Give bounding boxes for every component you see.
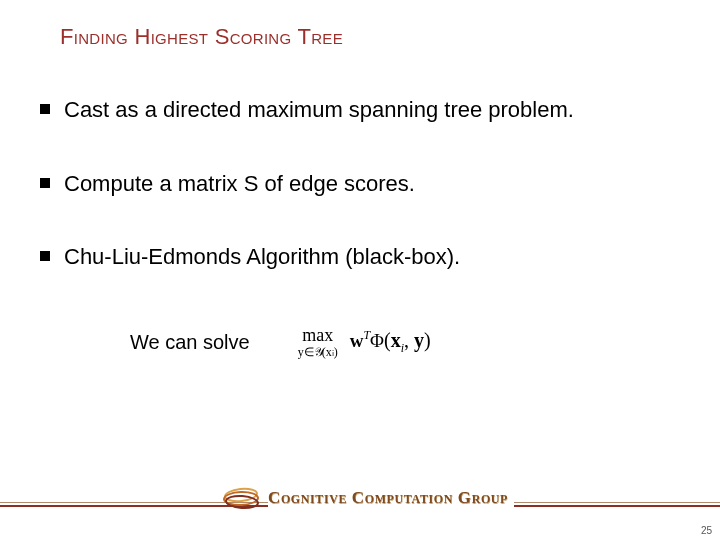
max-operator: max y∈𝒴(xᵢ) bbox=[298, 326, 338, 358]
page-number: 25 bbox=[701, 525, 712, 536]
brand-logo-icon bbox=[220, 480, 264, 514]
bullet-text: Chu-Liu-Edmonds Algorithm (black-box). bbox=[64, 243, 460, 271]
bullet-list: Cast as a directed maximum spanning tree… bbox=[40, 96, 660, 317]
paren-open: ( bbox=[384, 329, 391, 351]
vector-w: w bbox=[350, 330, 364, 351]
slide-title: Finding Highest Scoring Tree bbox=[60, 24, 343, 50]
solve-label: We can solve bbox=[130, 331, 250, 354]
arg-comma: , bbox=[404, 329, 414, 351]
arg-x: x bbox=[391, 329, 401, 351]
bullet-text: Compute a matrix S of edge scores. bbox=[64, 170, 415, 198]
list-item: Cast as a directed maximum spanning tree… bbox=[40, 96, 660, 124]
list-item: Chu-Liu-Edmonds Algorithm (black-box). bbox=[40, 243, 660, 271]
max-top: max bbox=[302, 326, 333, 344]
square-bullet-icon bbox=[40, 251, 50, 261]
slide-container: Finding Highest Scoring Tree Cast as a d… bbox=[0, 0, 720, 540]
arg-y: y bbox=[414, 329, 424, 351]
square-bullet-icon bbox=[40, 178, 50, 188]
formula: max y∈𝒴(xᵢ) wTΦ(xi, y) bbox=[298, 326, 431, 358]
list-item: Compute a matrix S of edge scores. bbox=[40, 170, 660, 198]
phi-symbol: Φ bbox=[370, 330, 384, 351]
bullet-text: Cast as a directed maximum spanning tree… bbox=[64, 96, 574, 124]
solve-row: We can solve max y∈𝒴(xᵢ) wTΦ(xi, y) bbox=[130, 326, 431, 358]
footer: Cognitive Computation Group bbox=[0, 480, 720, 520]
paren-close: ) bbox=[424, 329, 431, 351]
square-bullet-icon bbox=[40, 104, 50, 114]
brand-name: Cognitive Computation Group bbox=[268, 488, 514, 508]
max-bottom: y∈𝒴(xᵢ) bbox=[298, 346, 338, 358]
formula-body: wTΦ(xi, y) bbox=[350, 328, 431, 356]
